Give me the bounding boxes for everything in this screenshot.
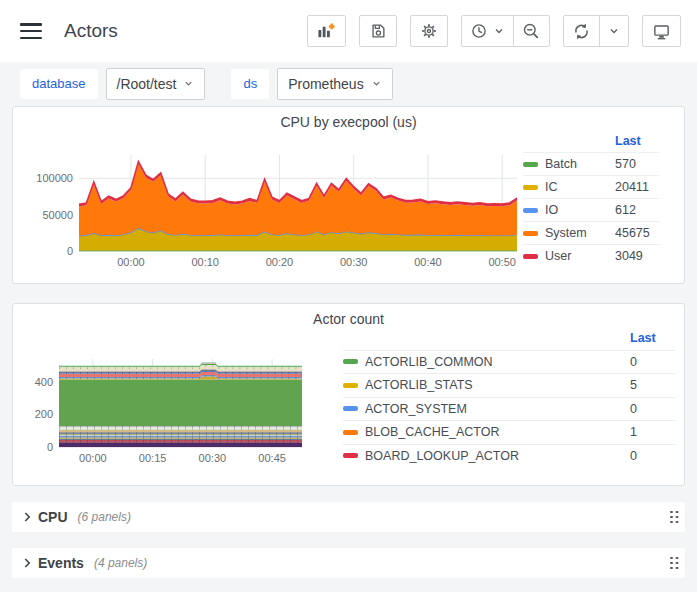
legend-header-last[interactable]: Last bbox=[615, 134, 659, 148]
series-last-value: 0 bbox=[630, 449, 676, 463]
panel-cpu-by-execpool: CPU by execpool (us) 00:0000:1000:2000:3… bbox=[12, 106, 685, 284]
row-title[interactable]: CPU bbox=[38, 509, 68, 525]
time-controls bbox=[461, 15, 550, 47]
series-last-value: 570 bbox=[615, 157, 659, 171]
refresh-interval-dropdown[interactable] bbox=[599, 16, 628, 46]
tv-mode-button[interactable] bbox=[642, 15, 681, 47]
series-name[interactable]: ACTOR_SYSTEM bbox=[365, 402, 630, 416]
chart-legend: Last Batch 570 IC 20411 IO 612 bbox=[523, 130, 659, 267]
panel-actor-count: Actor count 00:0000:1500:3000:450200400 … bbox=[12, 303, 685, 486]
series-name[interactable]: System bbox=[545, 226, 615, 240]
database-variable-value: /Root/test bbox=[117, 76, 177, 92]
series-name[interactable]: Batch bbox=[545, 157, 615, 171]
series-color-swatch[interactable] bbox=[523, 162, 538, 167]
series-name[interactable]: BLOB_CACHE_ACTOR bbox=[365, 425, 630, 439]
svg-text:0: 0 bbox=[47, 441, 53, 453]
series-color-swatch[interactable] bbox=[343, 430, 358, 435]
svg-text:00:40: 00:40 bbox=[414, 256, 442, 268]
chevron-right-icon bbox=[20, 556, 34, 570]
ds-variable-dropdown[interactable]: Prometheus bbox=[277, 68, 392, 100]
series-color-swatch[interactable] bbox=[523, 254, 538, 259]
dashboard-row-cpu[interactable]: CPU (6 panels) bbox=[12, 502, 685, 532]
series-color-swatch[interactable] bbox=[343, 453, 358, 458]
legend-row: IO 612 bbox=[523, 198, 659, 221]
series-color-swatch[interactable] bbox=[343, 383, 358, 388]
series-name[interactable]: IO bbox=[545, 203, 615, 217]
chart-legend: Last ACTORLIB_COMMON 0 ACTORLIB_STATS 5 … bbox=[343, 327, 676, 467]
series-name[interactable]: User bbox=[545, 249, 615, 263]
chevron-right-icon bbox=[20, 510, 34, 524]
legend-header-row: Last bbox=[343, 327, 676, 350]
svg-text:00:30: 00:30 bbox=[340, 256, 368, 268]
chevron-down-icon bbox=[371, 78, 382, 89]
svg-text:400: 400 bbox=[35, 376, 53, 388]
series-color-swatch[interactable] bbox=[523, 185, 538, 190]
series-last-value: 3049 bbox=[615, 249, 659, 263]
svg-text:00:00: 00:00 bbox=[79, 452, 107, 464]
ds-variable-value: Prometheus bbox=[288, 76, 363, 92]
svg-text:200: 200 bbox=[35, 408, 53, 420]
zoom-out-button[interactable] bbox=[513, 16, 549, 46]
legend-header-row: Last bbox=[523, 130, 659, 152]
variable-label-database: database bbox=[20, 69, 98, 99]
series-color-swatch[interactable] bbox=[343, 406, 358, 411]
legend-row: ACTORLIB_STATS 5 bbox=[343, 373, 676, 397]
row-title[interactable]: Events bbox=[38, 555, 84, 571]
menu-icon[interactable] bbox=[20, 23, 42, 39]
svg-text:0: 0 bbox=[67, 245, 73, 257]
svg-text:00:50: 00:50 bbox=[488, 256, 516, 268]
dashboard-row-events[interactable]: Events (4 panels) bbox=[12, 548, 685, 578]
series-last-value: 0 bbox=[630, 402, 676, 416]
add-panel-icon bbox=[317, 22, 336, 40]
svg-text:00:20: 00:20 bbox=[266, 256, 294, 268]
dashboard-settings-button[interactable] bbox=[410, 15, 448, 47]
chevron-down-icon bbox=[183, 78, 194, 89]
clock-icon bbox=[470, 22, 488, 40]
refresh-icon bbox=[572, 22, 591, 41]
row-drag-handle-icon[interactable] bbox=[670, 511, 679, 524]
top-navbar: Actors bbox=[0, 0, 697, 62]
panel-title[interactable]: Actor count bbox=[13, 304, 684, 327]
row-drag-handle-icon[interactable] bbox=[670, 557, 679, 570]
legend-row: ACTORLIB_COMMON 0 bbox=[343, 350, 676, 374]
svg-text:00:00: 00:00 bbox=[117, 256, 145, 268]
series-color-swatch[interactable] bbox=[523, 208, 538, 213]
series-color-swatch[interactable] bbox=[343, 359, 358, 364]
svg-text:00:30: 00:30 bbox=[199, 452, 227, 464]
series-name[interactable]: ACTORLIB_STATS bbox=[365, 378, 630, 392]
dashboard-submenu: database /Root/test ds Prometheus bbox=[0, 62, 697, 105]
legend-row: IC 20411 bbox=[523, 175, 659, 198]
legend-header-last[interactable]: Last bbox=[630, 331, 676, 345]
series-name[interactable]: BOARD_LOOKUP_ACTOR bbox=[365, 449, 630, 463]
tv-mode-icon bbox=[652, 22, 671, 41]
series-last-value: 0 bbox=[630, 355, 676, 369]
legend-row: BOARD_LOOKUP_ACTOR 0 bbox=[343, 444, 676, 468]
series-name[interactable]: ACTORLIB_COMMON bbox=[365, 355, 630, 369]
refresh-button[interactable] bbox=[564, 16, 599, 46]
dashboard-toolbar bbox=[307, 15, 681, 47]
chevron-down-icon bbox=[493, 25, 505, 37]
save-dashboard-button[interactable] bbox=[359, 15, 397, 47]
cpu-execpool-chart[interactable]: 00:0000:1000:2000:3000:4000:500500001000… bbox=[21, 147, 523, 273]
legend-row: BLOB_CACHE_ACTOR 1 bbox=[343, 420, 676, 444]
svg-text:100000: 100000 bbox=[36, 172, 73, 184]
legend-row: Batch 570 bbox=[523, 152, 659, 175]
chevron-down-icon bbox=[608, 25, 620, 37]
legend-row: ACTOR_SYSTEM 0 bbox=[343, 397, 676, 421]
save-icon bbox=[369, 22, 387, 40]
series-last-value: 5 bbox=[630, 378, 676, 392]
panel-title[interactable]: CPU by execpool (us) bbox=[13, 107, 684, 130]
series-color-swatch[interactable] bbox=[523, 231, 538, 236]
database-variable-dropdown[interactable]: /Root/test bbox=[106, 68, 206, 100]
refresh-controls bbox=[563, 15, 629, 47]
svg-text:00:15: 00:15 bbox=[139, 452, 167, 464]
row-panel-count: (4 panels) bbox=[94, 556, 147, 570]
actor-count-chart[interactable]: 00:0000:1500:3000:450200400 bbox=[21, 345, 321, 477]
zoom-out-icon bbox=[522, 22, 541, 41]
svg-text:50000: 50000 bbox=[42, 209, 73, 221]
add-panel-button[interactable] bbox=[307, 15, 346, 47]
time-range-picker[interactable] bbox=[462, 16, 513, 46]
dashboard-title: Actors bbox=[64, 20, 118, 42]
series-last-value: 45675 bbox=[615, 226, 659, 240]
series-name[interactable]: IC bbox=[545, 180, 615, 194]
